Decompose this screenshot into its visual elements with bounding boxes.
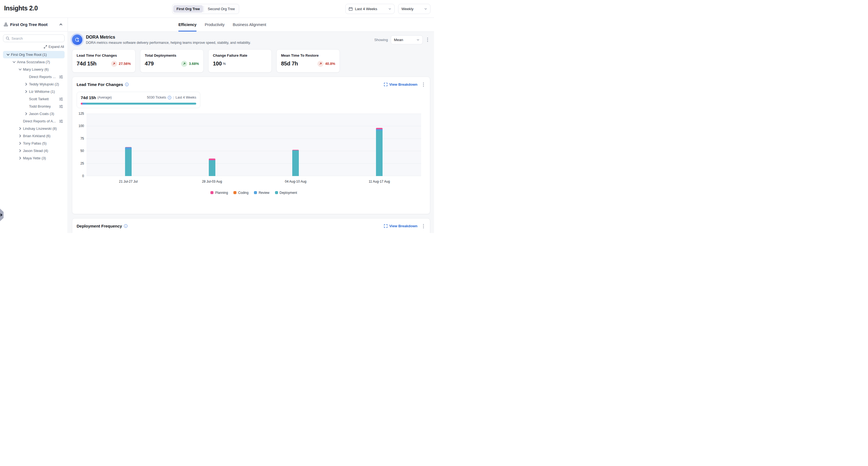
tree-item[interactable]: Direct Reports ...	[3, 73, 65, 81]
showing-controls: Showing Mean	[374, 35, 430, 45]
tab-productivity[interactable]: Productivity	[205, 18, 224, 31]
tree-item[interactable]: Maya Yette (3)	[3, 154, 65, 162]
tree-item-label: Mary Lowery (6)	[23, 67, 49, 71]
granularity-select[interactable]: Weekly	[398, 4, 430, 14]
trend-up-arrow-icon	[317, 61, 323, 67]
view-breakdown-button[interactable]: View Breakdown	[384, 224, 417, 228]
legend-swatch	[234, 191, 237, 194]
tabs: EfficiencyProductivityBusiness Alignment	[178, 18, 266, 31]
legend-item-coding[interactable]: Coding	[234, 191, 248, 195]
tree-item[interactable]: Lindsay Liszewski (8)	[3, 125, 65, 132]
sidebar-title: First Org Tree Root	[10, 22, 57, 27]
chevron-right-icon[interactable]	[18, 149, 22, 152]
chevron-right-icon[interactable]	[24, 82, 28, 86]
bar-segment-deployment	[292, 150, 299, 176]
chevron-right-icon[interactable]	[18, 142, 22, 145]
tree-item[interactable]: Jason Stead (4)	[3, 147, 65, 154]
trend-up-arrow-icon	[181, 61, 187, 67]
chevron-down-icon[interactable]	[18, 68, 22, 71]
chevron-down-icon[interactable]	[6, 53, 10, 56]
filter-sliders-icon[interactable]	[59, 105, 63, 109]
metric-card: Total Deployments4793.68%	[140, 49, 204, 72]
summary-average-label: (Average)	[97, 95, 112, 99]
tree-item[interactable]: Direct Reports of A...	[3, 117, 65, 125]
gridline	[87, 176, 421, 176]
legend-item-review[interactable]: Review	[254, 191, 269, 195]
gridline	[87, 114, 421, 114]
phase-segment-review	[82, 103, 87, 105]
tree-item[interactable]: Jason Coats (3)	[3, 110, 65, 117]
tab-business-alignment[interactable]: Business Alignment	[233, 18, 266, 31]
stacked-bar-28-Jul-03-Aug[interactable]	[209, 158, 215, 176]
legend-label: Review	[258, 191, 269, 195]
summary-value: 74d 15h	[81, 95, 96, 100]
legend-item-planning[interactable]: Planning	[211, 191, 228, 195]
y-tick-label: 75	[76, 137, 84, 141]
chevron-down-icon	[416, 38, 420, 41]
metric-value: 74d 15h	[76, 60, 96, 67]
legend-label: Deployment	[280, 191, 297, 195]
lead-time-menu-kebab-icon[interactable]	[422, 81, 426, 88]
date-range-select[interactable]: Last 4 Weeks	[345, 4, 395, 14]
chevron-down-icon[interactable]	[12, 60, 16, 64]
chevron-right-icon[interactable]	[18, 134, 22, 138]
tree-item-label: Brian Kirkland (6)	[23, 134, 50, 138]
lead-time-title: Lead Time For Changes	[76, 82, 123, 87]
metric-card: Lead Time For Changes74d 15h27.56%	[72, 49, 135, 72]
chevron-right-icon[interactable]	[24, 112, 28, 116]
collapse-chevron-up-icon[interactable]	[59, 23, 63, 26]
lead-time-panel: Lead Time For Changes i View Breakdown 7…	[72, 77, 430, 214]
metric-delta: 40.8%	[325, 62, 335, 66]
stacked-bar-11-Aug-17-Aug[interactable]	[376, 128, 382, 176]
tree-item[interactable]: Scott Tarkett	[3, 95, 65, 103]
org-tab-first[interactable]: First Org Tree	[173, 5, 203, 12]
filter-sliders-icon[interactable]	[59, 119, 63, 123]
summary-period: Last 4 Weeks	[176, 95, 196, 99]
info-icon[interactable]: i	[168, 96, 171, 99]
info-icon[interactable]: i	[124, 224, 127, 228]
view-breakdown-button[interactable]: View Breakdown	[384, 82, 417, 87]
expand-all-button[interactable]: Expand All	[0, 45, 64, 49]
stacked-bar-21-Jul-27-Jul[interactable]	[125, 147, 132, 176]
org-tab-second[interactable]: Second Org Tree	[205, 5, 238, 12]
tree-item[interactable]: Mary Lowery (6)	[3, 66, 65, 73]
tree-item-label: Teddy Wylupski (2)	[29, 82, 59, 86]
deployment-frequency-menu-kebab-icon[interactable]	[422, 223, 426, 229]
x-tick-label: 21 Jul-27 Jul	[119, 180, 137, 183]
tree-item-label: Jason Coats (3)	[29, 112, 54, 116]
tree-item[interactable]: Liz Whittome (1)	[3, 88, 65, 95]
metric-card: Mean Time To Restore85d 7h40.8%	[276, 49, 340, 72]
tree-item-label: Lindsay Liszewski (8)	[23, 126, 57, 130]
info-icon[interactable]: i	[125, 83, 129, 86]
tree-item[interactable]: Tony Pallas (5)	[3, 140, 65, 147]
filter-sliders-icon[interactable]	[59, 75, 63, 79]
legend-item-deployment[interactable]: Deployment	[275, 191, 297, 195]
chevron-right-icon[interactable]	[24, 90, 28, 93]
tree-item[interactable]: Teddy Wylupski (2)	[3, 81, 65, 88]
dora-title: DORA Metrics	[86, 35, 251, 40]
chevron-spacer	[24, 75, 28, 79]
chevron-right-icon[interactable]	[18, 127, 22, 130]
granularity-value: Weekly	[401, 7, 422, 11]
tree-item[interactable]: Anna Scozzafava (7)	[3, 58, 65, 66]
metric-delta-badge: 27.56%	[111, 61, 131, 67]
top-header: Insights 2.0 First Org Tree Second Org T…	[0, 0, 434, 18]
legend-swatch	[275, 191, 278, 194]
trend-up-arrow-icon	[111, 61, 117, 67]
metric-title: Change Failure Rate	[213, 53, 267, 58]
chevron-spacer	[24, 105, 28, 108]
chevron-right-icon[interactable]	[18, 156, 22, 160]
x-tick-label: 11 Aug-17 Aug	[369, 180, 390, 183]
deployment-frequency-panel: Deployment Frequency i View Breakdown	[72, 218, 430, 233]
bar-segment-deployment	[125, 149, 132, 176]
dora-menu-kebab-icon[interactable]	[426, 36, 430, 43]
tree-item[interactable]: Brian Kirkland (6)	[3, 132, 65, 140]
filter-sliders-icon[interactable]	[59, 97, 63, 101]
search-input[interactable]	[11, 36, 62, 40]
tree-item[interactable]: First Org Tree Root (1)	[3, 51, 65, 58]
aggregation-select[interactable]: Mean	[391, 35, 423, 45]
search-box	[3, 34, 65, 42]
stacked-bar-04-Aug-10-Aug[interactable]	[292, 150, 299, 176]
tree-item[interactable]: Todd Bromley	[3, 103, 65, 110]
tab-efficiency[interactable]: Efficiency	[178, 18, 196, 31]
